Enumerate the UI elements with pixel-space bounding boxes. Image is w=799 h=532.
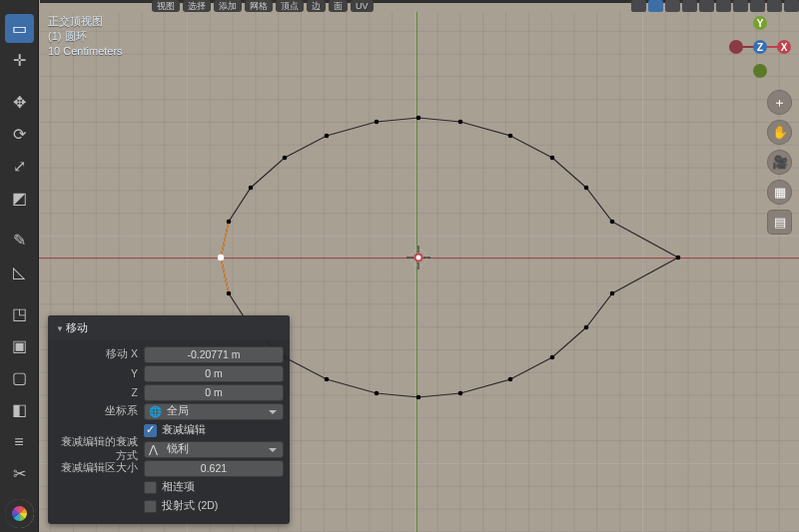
tool-move[interactable]: ✥ <box>5 88 34 117</box>
tool-rotate[interactable]: ⟳ <box>5 120 34 149</box>
header-right-toggles[interactable] <box>631 0 799 12</box>
globe-icon: 🌐 <box>149 405 162 418</box>
menu-6[interactable]: 面 <box>329 0 348 12</box>
pie-menu-icon[interactable] <box>5 499 34 528</box>
tool-measure[interactable]: ◺ <box>5 258 34 286</box>
axis-z-handle[interactable]: Z <box>753 40 767 54</box>
tool-inset[interactable]: ▢ <box>5 363 34 392</box>
field-move-y[interactable]: 0 m <box>144 365 284 382</box>
checkbox-projected-2d[interactable] <box>144 500 157 513</box>
viewport-overlay: 正交顶视图 (1) 圆环 10 Centimeters <box>48 14 123 59</box>
label-proportional-edit: 衰减编辑 <box>162 423 206 437</box>
camera-button[interactable]: 🎥 <box>767 150 792 175</box>
axis-y <box>416 12 417 532</box>
panel-header[interactable]: 移动 <box>48 315 290 340</box>
tool-scale[interactable]: ⤢ <box>5 152 34 181</box>
axis-x <box>39 258 799 259</box>
menu-7[interactable]: UV <box>351 0 374 12</box>
menu-5[interactable]: 边 <box>307 0 326 12</box>
axis-y-handle[interactable]: Y <box>753 16 767 30</box>
axis-x-handle[interactable]: X <box>777 40 791 54</box>
axis-x-neg[interactable] <box>729 40 743 54</box>
field-move-z[interactable]: 0 m <box>144 384 284 401</box>
select-falloff[interactable]: ⋀ 锐利 <box>144 441 284 458</box>
sharp-icon: ⋀ <box>149 443 158 455</box>
viewport-nav-buttons: ＋ ✋ 🎥 ▦ ▤ <box>767 90 792 235</box>
tool-extrude[interactable]: ▣ <box>5 331 34 360</box>
toggle-grid[interactable]: ▤ <box>767 210 792 235</box>
header-menus: 视图选择添加网格顶点边面UV <box>152 0 374 12</box>
menu-1[interactable]: 选择 <box>183 0 211 12</box>
label-projected-2d: 投射式 (2D) <box>162 499 218 513</box>
axis-y-neg[interactable] <box>753 64 767 78</box>
label-prop-size: 衰减编辑区大小 <box>54 461 144 475</box>
tool-sidebar: ▭✛✥⟳⤢◩✎◺◳▣▢◧≡✂◆ <box>0 0 39 532</box>
checkbox-connected[interactable] <box>144 481 157 494</box>
zoom-button[interactable]: ＋ <box>767 90 792 115</box>
pan-button[interactable]: ✋ <box>767 120 792 145</box>
checkbox-proportional-edit[interactable] <box>144 424 157 437</box>
tool-knife[interactable]: ✂ <box>5 459 34 488</box>
tool-cursor[interactable]: ✛ <box>5 46 34 75</box>
menu-2[interactable]: 添加 <box>214 0 242 12</box>
perspective-button[interactable]: ▦ <box>767 180 792 205</box>
menu-3[interactable]: 网格 <box>245 0 273 12</box>
tool-bevel[interactable]: ◧ <box>5 395 34 424</box>
field-prop-size[interactable]: 0.621 <box>144 460 284 477</box>
select-orientation[interactable]: 🌐 全局 <box>144 403 284 420</box>
operator-panel[interactable]: 移动 移动 X -0.20771 m Y 0 m Z 0 m 坐标系 🌐 全局 … <box>48 315 290 524</box>
field-move-x[interactable]: -0.20771 m <box>144 346 284 363</box>
label-connected: 相连项 <box>162 480 195 494</box>
tool-annotate[interactable]: ✎ <box>5 226 34 255</box>
tool-transform[interactable]: ◩ <box>5 184 34 213</box>
tool-select-box[interactable]: ▭ <box>5 14 34 43</box>
label-falloff: 衰减编辑的衰减方式 <box>54 435 144 463</box>
label-move-x: 移动 X <box>54 347 144 361</box>
label-move-z: Z <box>54 386 144 398</box>
nav-gizmo[interactable]: Y Z X <box>729 16 791 78</box>
label-move-y: Y <box>54 367 144 379</box>
label-orientation: 坐标系 <box>54 404 144 418</box>
menu-4[interactable]: 顶点 <box>276 0 304 12</box>
menu-0[interactable]: 视图 <box>152 0 180 12</box>
tool-add-cube[interactable]: ◳ <box>5 299 34 328</box>
tool-loop-cut[interactable]: ≡ <box>5 427 34 456</box>
